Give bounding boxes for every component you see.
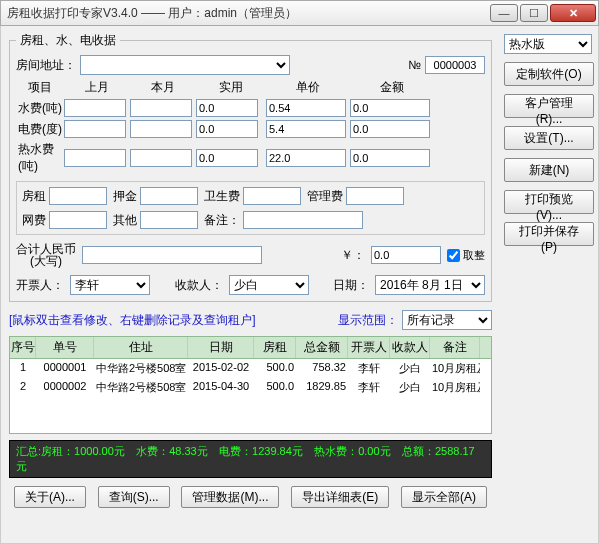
td-total: 758.32 [296,359,348,378]
th-rent: 房租 [254,337,296,358]
round-checkbox[interactable]: 取整 [447,248,485,263]
groupbox-legend: 房租、水、电收据 [16,32,120,49]
room-addr-label: 房间地址： [16,57,76,74]
new-button[interactable]: 新建(N) [504,158,594,182]
summary-bar: 汇总:房租：1000.00元 水费：48.33元 电费：1239.84元 热水费… [9,440,492,478]
td-payee: 少白 [390,378,430,397]
records-table[interactable]: 序号 单号 住址 日期 房租 总金额 开票人 收款人 备注 10000001中华… [9,336,492,434]
maximize-button[interactable]: ☐ [520,4,548,22]
side-panel: 热水版 定制软件(O) 客户管理(R)... 设置(T)... 新建(N) 打印… [498,26,598,543]
row-elec: 电费(度) [16,120,485,138]
water-used[interactable] [196,99,258,117]
water-amount[interactable] [350,99,430,117]
elec-label: 电费(度) [16,121,64,138]
td-addr: 中华路2号楼508室 [94,359,188,378]
number-field[interactable] [425,56,485,74]
td-rent: 500.0 [254,359,296,378]
biller-select[interactable]: 李轩 [70,275,150,295]
th-no: 序号 [10,337,36,358]
total-field[interactable] [371,246,441,264]
hotw-curr[interactable] [130,149,192,167]
show-all-button[interactable]: 显示全部(A) [401,486,487,508]
sum-hotw: 热水费：0.00元 [314,445,390,457]
net-field[interactable] [49,211,107,229]
sum-elec: 电费：1239.84元 [219,445,303,457]
sanit-field[interactable] [243,187,301,205]
net-label: 网费 [22,212,46,229]
th-remark: 备注 [430,337,480,358]
td-code: 0000002 [36,378,94,397]
col-last: 上月 [64,79,130,96]
settings-button[interactable]: 设置(T)... [504,126,594,150]
th-payee: 收款人 [390,337,430,358]
th-addr: 住址 [94,337,188,358]
hotw-price[interactable] [266,149,346,167]
close-button[interactable]: ✕ [550,4,596,22]
row-hotw: 热水费(吨) [16,141,485,175]
table-row[interactable]: 10000001中华路2号楼508室2015-02-02500.0758.32李… [10,359,491,378]
deposit-label: 押金 [113,188,137,205]
total-upper-field[interactable] [82,246,262,264]
td-total: 1829.85 [296,378,348,397]
td-no: 2 [10,378,36,397]
table-row[interactable]: 20000002中华路2号楼508室2015-04-30500.01829.85… [10,378,491,397]
elec-curr[interactable] [130,120,192,138]
export-button[interactable]: 导出详细表(E) [291,486,389,508]
elec-price[interactable] [266,120,346,138]
remark-field[interactable] [243,211,363,229]
th-biller: 开票人 [348,337,390,358]
th-date: 日期 [188,337,254,358]
td-remark: 10月房租及9月水电 [430,359,480,378]
payee-select[interactable]: 少白 [229,275,309,295]
window-buttons: — ☐ ✕ [488,2,598,24]
round-check-label: 取整 [463,248,485,263]
about-button[interactable]: 关于(A)... [14,486,86,508]
hotw-last[interactable] [64,149,126,167]
customer-manage-button[interactable]: 客户管理(R)... [504,94,594,118]
other-field[interactable] [140,211,198,229]
round-check-input[interactable] [447,249,460,262]
manage-label: 管理费 [307,188,343,205]
total-label: 合计人民币 (大写) [16,243,76,267]
rent-label: 房租 [22,188,46,205]
room-addr-select[interactable] [80,55,290,75]
number-label: № [408,58,421,72]
date-select[interactable]: 2016年 8月 1日 [375,275,485,295]
receipt-groupbox: 房租、水、电收据 房间地址： № 项目 上月 本月 实用 单价 金额 水费(吨) [9,32,492,302]
elec-used[interactable] [196,120,258,138]
water-last[interactable] [64,99,126,117]
td-payee: 少白 [390,359,430,378]
hotw-label: 热水费(吨) [16,141,64,175]
td-date: 2015-02-02 [188,359,254,378]
print-save-button[interactable]: 打印并保存(P) [504,222,594,246]
td-biller: 李轩 [348,378,390,397]
water-price[interactable] [266,99,346,117]
col-curr: 本月 [130,79,196,96]
window-title: 房租收据打印专家V3.4.0 —— 用户：admin（管理员） [7,5,488,22]
td-no: 1 [10,359,36,378]
hotw-amount[interactable] [350,149,430,167]
hotw-used[interactable] [196,149,258,167]
remark-label: 备注： [204,212,240,229]
rent-field[interactable] [49,187,107,205]
manage-field[interactable] [346,187,404,205]
range-select[interactable]: 所有记录 [402,310,492,330]
sum-water: 水费：48.33元 [136,445,208,457]
template-select[interactable]: 热水版 [504,34,592,54]
elec-amount[interactable] [350,120,430,138]
minimize-button[interactable]: — [490,4,518,22]
payee-label: 收款人： [175,277,223,294]
water-curr[interactable] [130,99,192,117]
td-remark: 10月房租及9月水电 [430,378,480,397]
manage-data-button[interactable]: 管理数据(M)... [181,486,279,508]
th-total: 总金额 [296,337,348,358]
td-code: 0000001 [36,359,94,378]
elec-last[interactable] [64,120,126,138]
water-label: 水费(吨) [16,100,64,117]
print-preview-button[interactable]: 打印预览(V)... [504,190,594,214]
records-hint: [鼠标双击查看修改、右键删除记录及查询租户] [9,312,256,329]
table-header: 序号 单号 住址 日期 房租 总金额 开票人 收款人 备注 [10,337,491,359]
deposit-field[interactable] [140,187,198,205]
custom-software-button[interactable]: 定制软件(O) [504,62,594,86]
query-button[interactable]: 查询(S)... [98,486,170,508]
